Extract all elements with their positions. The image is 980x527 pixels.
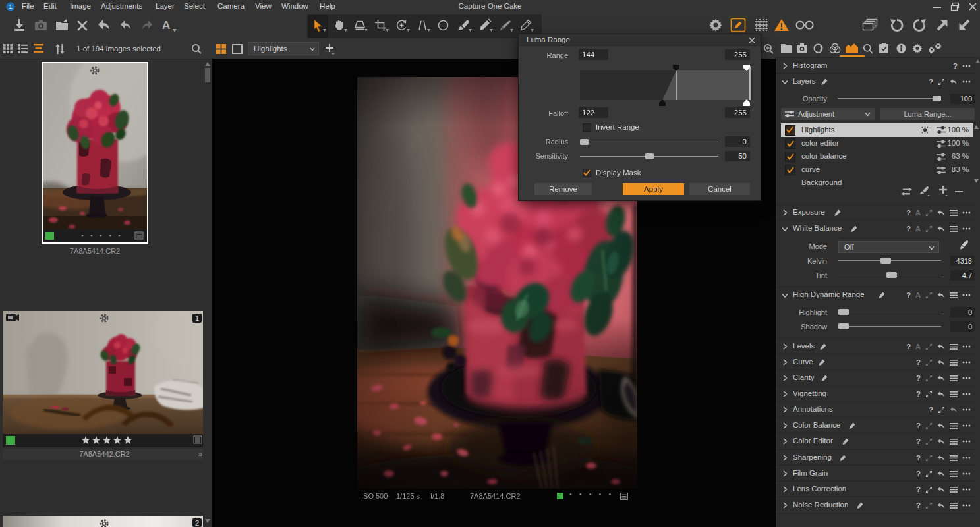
svg-text:1: 1 (195, 314, 199, 322)
svg-text:2: 2 (195, 519, 199, 527)
